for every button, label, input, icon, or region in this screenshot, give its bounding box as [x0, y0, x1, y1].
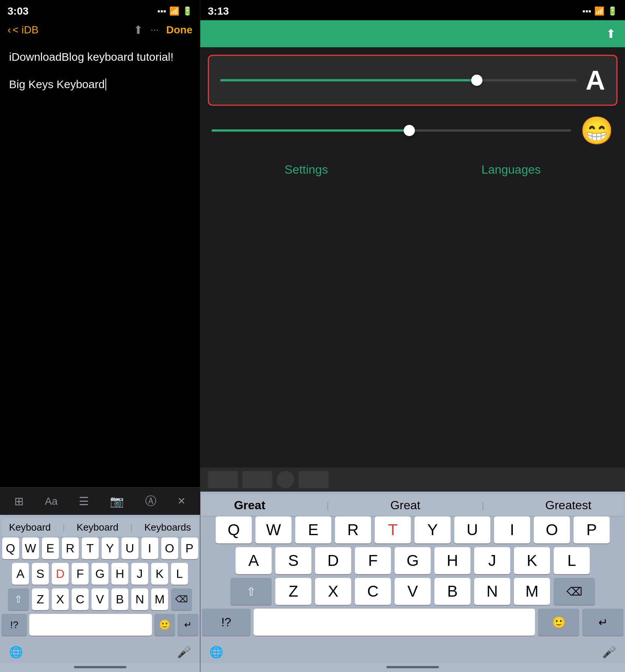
key-row-4-left: !? 🙂 ↵ [2, 614, 198, 636]
key-i[interactable]: I [141, 537, 158, 559]
suggestion-r-2[interactable]: Great [390, 498, 420, 512]
key-space[interactable] [29, 614, 152, 636]
font-size-slider-track[interactable] [220, 79, 577, 81]
key-r-shift[interactable]: ⇧ [230, 578, 272, 605]
camera-icon[interactable]: 📷 [110, 495, 124, 508]
key-d[interactable]: D [52, 563, 69, 585]
key-r-d[interactable]: D [315, 547, 351, 574]
key-f[interactable]: F [72, 563, 89, 585]
font-size-slider-thumb[interactable] [471, 75, 482, 86]
key-r-k[interactable]: K [514, 547, 550, 574]
table-icon[interactable]: ⊞ [14, 495, 24, 508]
key-s[interactable]: S [32, 563, 49, 585]
key-z[interactable]: Z [32, 588, 49, 610]
key-r-space[interactable] [254, 609, 535, 636]
key-r-r[interactable]: R [335, 516, 371, 543]
emoji-slider-thumb[interactable] [404, 125, 415, 136]
close-icon[interactable]: ✕ [177, 495, 186, 507]
key-numbers[interactable]: !? [2, 614, 27, 636]
key-backspace[interactable]: ⌫ [171, 588, 192, 610]
key-w[interactable]: W [22, 537, 39, 559]
key-k[interactable]: K [151, 563, 168, 585]
key-r-m[interactable]: M [514, 578, 550, 605]
key-r[interactable]: R [62, 537, 79, 559]
note-line-1: iDownloadBlog keyboard tutorial! [9, 48, 191, 65]
share-icon[interactable]: ⬆ [134, 23, 143, 36]
home-indicator-right [200, 663, 625, 672]
key-row-3-right: ⇧ Z X C V B N M ⌫ [202, 578, 623, 605]
key-m[interactable]: M [151, 588, 168, 610]
key-v[interactable]: V [92, 588, 108, 610]
key-shift[interactable]: ⇧ [8, 588, 29, 610]
key-r-a[interactable]: A [236, 547, 272, 574]
key-q[interactable]: Q [2, 537, 19, 559]
key-e[interactable]: E [42, 537, 59, 559]
key-emoji[interactable]: 🙂 [154, 614, 175, 636]
key-r-t[interactable]: T [375, 516, 411, 543]
key-r-x[interactable]: X [315, 578, 351, 605]
key-r-g[interactable]: G [395, 547, 431, 574]
emoji-slider-track[interactable] [212, 129, 571, 132]
key-r-s[interactable]: S [275, 547, 311, 574]
key-r-h[interactable]: H [434, 547, 470, 574]
key-l[interactable]: L [171, 563, 188, 585]
key-g[interactable]: G [92, 563, 108, 585]
key-return[interactable]: ↵ [177, 614, 198, 636]
globe-icon-right[interactable]: 🌐 [209, 645, 223, 658]
back-button[interactable]: ‹ < iDB [8, 24, 39, 36]
mic-icon[interactable]: 🎤 [177, 645, 191, 658]
back-label[interactable]: < iDB [12, 24, 38, 36]
key-j[interactable]: J [131, 563, 148, 585]
key-r-o[interactable]: O [534, 516, 570, 543]
nav-bar-left: ‹ < iDB ⬆ ··· Done [0, 20, 200, 41]
key-r-i[interactable]: I [494, 516, 530, 543]
key-a[interactable]: A [12, 563, 29, 585]
done-button[interactable]: Done [166, 24, 192, 36]
key-r-backspace[interactable]: ⌫ [554, 578, 595, 605]
keyboard-preview-bar [200, 468, 625, 492]
key-r-w[interactable]: W [255, 516, 291, 543]
key-r-n[interactable]: N [474, 578, 510, 605]
mic-icon-right[interactable]: 🎤 [602, 645, 616, 658]
format-icon[interactable]: Aa [45, 495, 57, 507]
circle-icon[interactable]: Ⓐ [145, 494, 156, 509]
key-r-y[interactable]: Y [415, 516, 451, 543]
suggestion-1[interactable]: Keyboard [9, 522, 51, 533]
key-c[interactable]: C [72, 588, 89, 610]
key-r-z[interactable]: Z [275, 578, 311, 605]
key-p[interactable]: P [181, 537, 198, 559]
key-y[interactable]: Y [102, 537, 119, 559]
key-r-l[interactable]: L [554, 547, 590, 574]
share-icon-right[interactable]: ⬆ [606, 27, 616, 41]
key-r-e[interactable]: E [295, 516, 331, 543]
key-r-p[interactable]: P [574, 516, 610, 543]
key-r-q[interactable]: Q [216, 516, 252, 543]
key-r-return[interactable]: ↵ [582, 609, 623, 636]
suggestion-3[interactable]: Keyboards [144, 522, 191, 533]
key-r-c[interactable]: C [355, 578, 391, 605]
list-icon[interactable]: ☰ [79, 495, 89, 508]
key-u[interactable]: U [122, 537, 138, 559]
key-t[interactable]: T [82, 537, 99, 559]
key-n[interactable]: N [131, 588, 148, 610]
key-r-b[interactable]: B [434, 578, 470, 605]
languages-link[interactable]: Languages [481, 163, 541, 177]
key-b[interactable]: B [111, 588, 128, 610]
key-r-v[interactable]: V [395, 578, 431, 605]
preview-key-2 [242, 471, 272, 488]
suggestion-r-3[interactable]: Greatest [545, 498, 592, 512]
key-r-f[interactable]: F [355, 547, 391, 574]
key-x[interactable]: X [52, 588, 69, 610]
key-r-emoji[interactable]: 🙂 [538, 609, 579, 636]
key-r-numbers[interactable]: !? [202, 609, 251, 636]
globe-icon[interactable]: 🌐 [9, 645, 23, 658]
suggestion-r-1[interactable]: Great [234, 498, 266, 512]
settings-link[interactable]: Settings [285, 163, 328, 177]
more-icon[interactable]: ··· [150, 24, 159, 36]
suggestion-2[interactable]: Keyboard [77, 522, 118, 533]
key-r-u[interactable]: U [454, 516, 490, 543]
key-o[interactable]: O [161, 537, 178, 559]
key-r-j[interactable]: J [474, 547, 510, 574]
note-line-2: Big Keys Keyboard [9, 76, 106, 93]
key-h[interactable]: H [111, 563, 128, 585]
